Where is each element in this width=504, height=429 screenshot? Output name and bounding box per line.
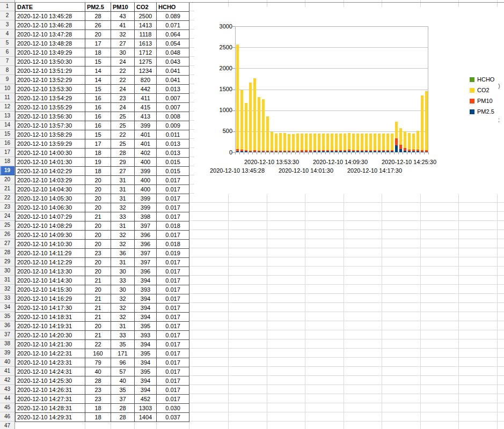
table-cell[interactable]: 35: [111, 340, 135, 349]
table-cell[interactable]: 20: [85, 194, 111, 203]
table-cell[interactable]: 21: [85, 331, 111, 340]
table-cell[interactable]: 397: [135, 258, 157, 267]
table-cell[interactable]: 23: [85, 395, 111, 404]
row-header-16[interactable]: 16: [0, 139, 14, 148]
table-cell[interactable]: 1303: [135, 404, 157, 413]
table-cell[interactable]: 37: [111, 395, 135, 404]
row-header-37[interactable]: 37: [0, 330, 14, 339]
table-cell[interactable]: 2020-12-10 13:54:29: [16, 94, 85, 103]
table-cell[interactable]: 2020-12-10 14:10:30: [16, 240, 85, 249]
table-cell[interactable]: 0.071: [157, 21, 189, 30]
row-header-19[interactable]: 19: [0, 166, 14, 175]
table-cell[interactable]: 1613: [135, 39, 157, 48]
table-cell[interactable]: 2020-12-10 13:57:30: [16, 121, 85, 130]
row-header-23[interactable]: 23: [0, 203, 14, 212]
table-cell[interactable]: 18: [85, 48, 111, 57]
column-header-date[interactable]: DATE: [16, 3, 85, 12]
row-header-36[interactable]: 36: [0, 321, 14, 330]
column-header-pm10[interactable]: PM10: [111, 3, 135, 12]
table-cell[interactable]: 0.017: [157, 395, 189, 404]
table-cell[interactable]: 0.013: [157, 149, 189, 158]
table-cell[interactable]: 0.017: [157, 212, 189, 221]
table-cell[interactable]: 20: [85, 285, 111, 294]
table-cell[interactable]: 2020-12-10 14:21:30: [16, 340, 85, 349]
row-header-3[interactable]: 3: [0, 20, 14, 29]
table-cell[interactable]: 2020-12-10 14:22:31: [16, 349, 85, 358]
table-cell[interactable]: 415: [135, 103, 157, 112]
table-cell[interactable]: 2020-12-10 13:45:28: [16, 12, 85, 21]
table-cell[interactable]: 2020-12-10 13:56:30: [16, 112, 85, 121]
table-cell[interactable]: 15: [85, 57, 111, 66]
row-header-9[interactable]: 9: [0, 75, 14, 84]
row-header-31[interactable]: 31: [0, 276, 14, 285]
table-cell[interactable]: 31: [111, 258, 135, 267]
table-cell[interactable]: 23: [111, 94, 135, 103]
table-cell[interactable]: 21: [85, 276, 111, 285]
row-header-13[interactable]: 13: [0, 112, 14, 121]
table-cell[interactable]: 57: [111, 367, 135, 376]
row-header-24[interactable]: 24: [0, 212, 14, 221]
table-cell[interactable]: 0.017: [157, 276, 189, 285]
table-cell[interactable]: 0.015: [157, 167, 189, 176]
table-cell[interactable]: 2020-12-10 14:27:31: [16, 395, 85, 404]
table-cell[interactable]: 2020-12-10 13:58:29: [16, 130, 85, 139]
table-cell[interactable]: 0.017: [157, 304, 189, 313]
table-cell[interactable]: 2020-12-10 14:05:30: [16, 194, 85, 203]
table-cell[interactable]: 1118: [135, 30, 157, 39]
row-header-11[interactable]: 11: [0, 93, 14, 102]
table-cell[interactable]: 36: [111, 249, 135, 258]
table-cell[interactable]: 0.017: [157, 349, 189, 358]
table-cell[interactable]: 18: [85, 413, 111, 422]
table-cell[interactable]: 2020-12-10 14:16:29: [16, 294, 85, 304]
table-cell[interactable]: 32: [111, 240, 135, 249]
table-cell[interactable]: 30: [111, 48, 135, 57]
row-header-43[interactable]: 43: [0, 385, 14, 394]
table-cell[interactable]: 395: [135, 322, 157, 331]
table-cell[interactable]: 2020-12-10 13:47:28: [16, 30, 85, 39]
table-cell[interactable]: 17: [85, 39, 111, 48]
table-cell[interactable]: 24: [111, 85, 135, 94]
table-cell[interactable]: 22: [111, 66, 135, 76]
table-cell[interactable]: 20: [85, 176, 111, 185]
table-cell[interactable]: 26: [85, 21, 111, 30]
table-cell[interactable]: 2020-12-10 14:24:31: [16, 367, 85, 376]
table-cell[interactable]: 399: [135, 194, 157, 203]
table-cell[interactable]: 31: [111, 221, 135, 231]
table-cell[interactable]: 16: [85, 94, 111, 103]
table-cell[interactable]: 2020-12-10 13:48:28: [16, 39, 85, 48]
table-cell[interactable]: 394: [135, 276, 157, 285]
table-cell[interactable]: 402: [135, 149, 157, 158]
table-cell[interactable]: 0.037: [157, 413, 189, 422]
table-cell[interactable]: 2020-12-10 13:50:30: [16, 57, 85, 66]
row-header-22[interactable]: 22: [0, 194, 14, 203]
row-header-33[interactable]: 33: [0, 294, 14, 303]
row-header-18[interactable]: 18: [0, 157, 14, 166]
column-header-co2[interactable]: CO2: [135, 3, 157, 12]
table-cell[interactable]: 399: [135, 203, 157, 212]
table-cell[interactable]: 2020-12-10 14:19:31: [16, 322, 85, 331]
table-cell[interactable]: 2020-12-10 13:46:28: [16, 21, 85, 30]
table-cell[interactable]: 820: [135, 76, 157, 85]
table-cell[interactable]: 1275: [135, 57, 157, 66]
table-cell[interactable]: 0.013: [157, 139, 189, 149]
table-cell[interactable]: 21: [85, 212, 111, 221]
row-header-15[interactable]: 15: [0, 130, 14, 139]
table-cell[interactable]: 33: [111, 331, 135, 340]
table-cell[interactable]: 2020-12-10 13:59:29: [16, 139, 85, 149]
row-header-38[interactable]: 38: [0, 339, 14, 349]
table-cell[interactable]: 452: [135, 395, 157, 404]
row-header-34[interactable]: 34: [0, 303, 14, 312]
table-cell[interactable]: 28: [85, 376, 111, 386]
table-cell[interactable]: 2020-12-10 14:29:31: [16, 413, 85, 422]
table-cell[interactable]: 393: [135, 331, 157, 340]
row-header-32[interactable]: 32: [0, 285, 14, 294]
table-cell[interactable]: 396: [135, 267, 157, 276]
table-cell[interactable]: 2020-12-10 13:55:29: [16, 103, 85, 112]
table-cell[interactable]: 411: [135, 94, 157, 103]
table-cell[interactable]: 0.041: [157, 66, 189, 76]
table-cell[interactable]: 394: [135, 313, 157, 322]
table-cell[interactable]: 394: [135, 358, 157, 367]
table-cell[interactable]: 29: [111, 158, 135, 167]
table-cell[interactable]: 18: [85, 149, 111, 158]
row-header-47[interactable]: 47: [0, 421, 14, 429]
